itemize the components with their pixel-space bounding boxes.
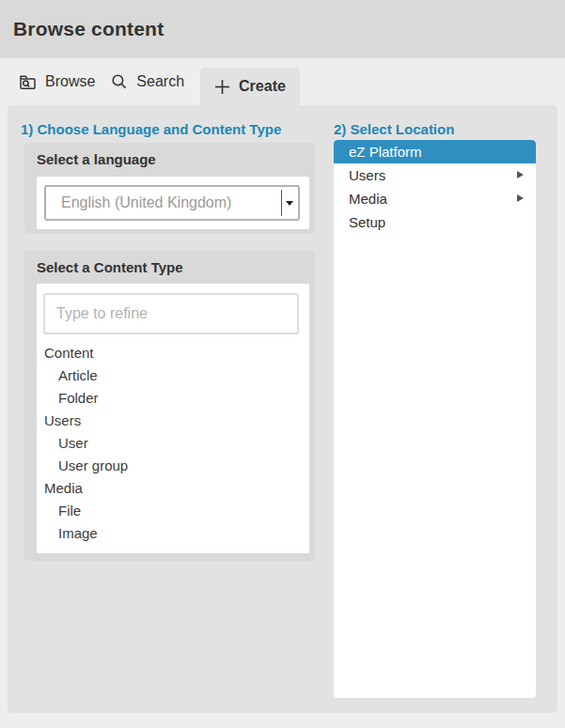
choose-language-heading: 1) Choose Language and Content Type (21, 121, 281, 137)
expand-arrow-icon[interactable] (517, 194, 524, 202)
plus-icon (214, 79, 230, 95)
search-icon (111, 73, 128, 90)
expand-arrow-icon[interactable] (517, 171, 524, 178)
content-type-user-group[interactable]: User group (37, 455, 309, 477)
content-type-section: Select a Content Type Content Article Fo… (24, 251, 315, 561)
location-ez-platform[interactable]: eZ Platform (334, 140, 536, 163)
location-label: Setup (349, 214, 385, 230)
tab-search[interactable]: Search (111, 58, 184, 105)
tab-create-label: Create (239, 78, 286, 95)
page-title: Browse content (0, 18, 164, 40)
content-type-article[interactable]: Article (37, 364, 309, 387)
language-section: Select a language English (United Kingdo… (24, 143, 315, 234)
content-type-filter-input[interactable] (43, 293, 299, 334)
content-type-group-media: Media (37, 477, 309, 500)
select-location-heading: 2) Select Location (334, 121, 454, 137)
content-type-section-title: Select a Content Type (24, 251, 315, 275)
language-select-container: English (United Kingdom) (37, 177, 309, 229)
content-type-image[interactable]: Image (37, 522, 309, 545)
tab-bar: Browse Search Create (0, 58, 565, 105)
location-setup[interactable]: Setup (334, 210, 536, 234)
location-tree: eZ Platform Users Media Setup (334, 140, 536, 698)
browse-icon (19, 74, 37, 90)
location-label: Media (349, 191, 387, 207)
tab-create[interactable]: Create (200, 68, 300, 105)
content-type-list-container: Content Article Folder Users User User g… (37, 284, 309, 553)
language-select[interactable]: English (United Kingdom) (44, 185, 300, 221)
chevron-down-icon (286, 201, 293, 206)
content-type-group-users: Users (37, 410, 309, 432)
tab-browse-label: Browse (45, 73, 95, 90)
location-media[interactable]: Media (334, 187, 536, 210)
location-label: eZ Platform (349, 144, 422, 160)
tab-browse[interactable]: Browse (19, 58, 95, 105)
location-users[interactable]: Users (334, 163, 536, 187)
language-select-value: English (United Kingdom) (46, 194, 281, 211)
content-type-group-content: Content (37, 342, 309, 364)
location-label: Users (349, 167, 385, 183)
content-type-file[interactable]: File (37, 500, 309, 522)
content-type-list: Content Article Folder Users User User g… (37, 342, 309, 545)
content-type-user[interactable]: User (37, 432, 309, 455)
create-tab-panel: 1) Choose Language and Content Type 2) S… (8, 105, 557, 713)
select-dropdown-button[interactable] (281, 190, 297, 216)
dialog-header: Browse content (0, 0, 565, 58)
tab-search-label: Search (136, 73, 184, 90)
language-section-title: Select a language (24, 143, 315, 167)
content-type-folder[interactable]: Folder (37, 387, 309, 410)
